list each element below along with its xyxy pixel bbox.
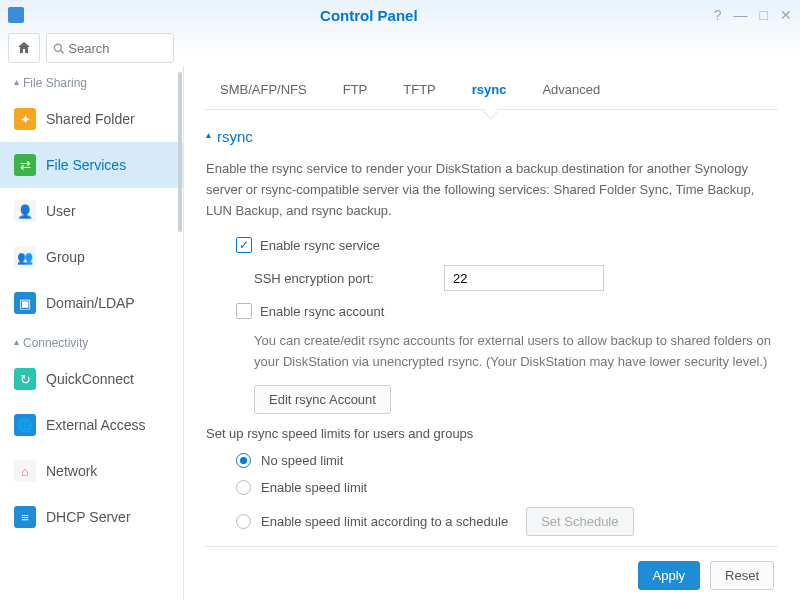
edit-rsync-account-button[interactable]: Edit rsync Account [254,385,391,414]
radio-label: Enable speed limit according to a schedu… [261,514,508,529]
quickconnect-icon: ↻ [14,368,36,390]
tabs: SMB/AFP/NFS FTP TFTP rsync Advanced [204,72,778,110]
svg-line-1 [61,50,64,53]
chevron-up-icon: ▾ [14,78,19,89]
row-edit-account: Edit rsync Account [206,385,776,414]
svg-point-0 [54,44,61,51]
sidebar-group-connectivity[interactable]: ▾Connectivity [0,326,183,356]
help-icon[interactable]: ? [714,8,722,22]
tab-tftp[interactable]: TFTP [387,72,452,109]
titlebar: Control Panel ? — □ ✕ [0,0,800,30]
set-schedule-button[interactable]: Set Schedule [526,507,633,536]
radio-label: Enable speed limit [261,480,367,495]
sidebar-item-label: Group [46,249,85,265]
apply-button[interactable]: Apply [638,561,701,590]
sidebar-item-label: Network [46,463,97,479]
row-radio-none: No speed limit [206,453,776,468]
window-controls: ? — □ ✕ [714,8,792,22]
chevron-up-icon: ▾ [14,338,19,349]
radio-no-limit[interactable] [236,453,251,468]
search-icon [53,42,64,55]
radio-schedule-limit[interactable] [236,514,251,529]
reset-button[interactable]: Reset [710,561,774,590]
domain-icon: ▣ [14,292,36,314]
sidebar-item-label: Domain/LDAP [46,295,135,311]
sidebar-item-external-access[interactable]: 🌐 External Access [0,402,183,448]
folder-share-icon: ✦ [14,108,36,130]
home-icon [16,40,32,56]
sidebar-item-dhcp-server[interactable]: ≡ DHCP Server [0,494,183,540]
content-pane: SMB/AFP/NFS FTP TFTP rsync Advanced ▾ rs… [184,66,800,600]
tab-smb[interactable]: SMB/AFP/NFS [204,72,323,109]
network-icon: ⌂ [14,460,36,482]
tab-body: ▾ rsync Enable the rsync service to rend… [204,110,778,546]
close-icon[interactable]: ✕ [780,8,792,22]
scrollbar-thumb[interactable] [178,72,182,232]
row-ssh-port: SSH encryption port: [206,265,776,291]
sidebar-item-quickconnect[interactable]: ↻ QuickConnect [0,356,183,402]
file-services-icon: ⇄ [14,154,36,176]
search-input[interactable] [68,41,167,56]
home-button[interactable] [8,33,40,63]
checkbox-enable-account[interactable]: ✓ [236,303,252,319]
sidebar-item-label: QuickConnect [46,371,134,387]
sidebar-item-shared-folder[interactable]: ✦ Shared Folder [0,96,183,142]
row-radio-schedule: Enable speed limit according to a schedu… [206,507,776,536]
ssh-port-input[interactable] [444,265,604,291]
speed-heading: Set up rsync speed limits for users and … [206,426,776,441]
chevron-up-icon: ▾ [206,131,211,142]
sidebar-item-group[interactable]: 👥 Group [0,234,183,280]
maximize-icon[interactable]: □ [760,8,768,22]
radio-label: No speed limit [261,453,343,468]
tab-advanced[interactable]: Advanced [526,72,616,109]
radio-enable-limit[interactable] [236,480,251,495]
checkbox-label: Enable rsync service [260,238,380,253]
footer: Apply Reset [204,546,778,600]
sidebar-item-user[interactable]: 👤 User [0,188,183,234]
sidebar-item-domain-ldap[interactable]: ▣ Domain/LDAP [0,280,183,326]
section-title: rsync [217,128,253,145]
tab-rsync[interactable]: rsync [456,72,523,109]
sidebar: ▾File Sharing ✦ Shared Folder ⇄ File Ser… [0,66,184,600]
sidebar-item-file-services[interactable]: ⇄ File Services [0,142,183,188]
sidebar-item-network[interactable]: ⌂ Network [0,448,183,494]
sidebar-item-label: File Services [46,157,126,173]
window-title: Control Panel [24,7,714,24]
app-icon [8,7,24,23]
sidebar-item-label: External Access [46,417,146,433]
dhcp-icon: ≡ [14,506,36,528]
checkbox-enable-service[interactable]: ✓ [236,237,252,253]
sidebar-item-label: DHCP Server [46,509,131,525]
row-enable-account: ✓ Enable rsync account [206,303,776,319]
globe-icon: 🌐 [14,414,36,436]
sidebar-item-label: User [46,203,76,219]
account-helptext: You can create/edit rsync accounts for e… [206,331,776,373]
minimize-icon[interactable]: — [734,8,748,22]
row-radio-enable: Enable speed limit [206,480,776,495]
tab-ftp[interactable]: FTP [327,72,384,109]
user-icon: 👤 [14,200,36,222]
ssh-port-label: SSH encryption port: [254,271,444,286]
section-rsync-toggle[interactable]: ▾ rsync [206,128,776,145]
rsync-description: Enable the rsync service to render your … [206,159,776,221]
group-icon: 👥 [14,246,36,268]
checkbox-label: Enable rsync account [260,304,384,319]
toolbar [0,30,800,66]
sidebar-group-file-sharing[interactable]: ▾File Sharing [0,66,183,96]
sidebar-item-label: Shared Folder [46,111,135,127]
search-box[interactable] [46,33,174,63]
row-enable-service: ✓ Enable rsync service [206,237,776,253]
